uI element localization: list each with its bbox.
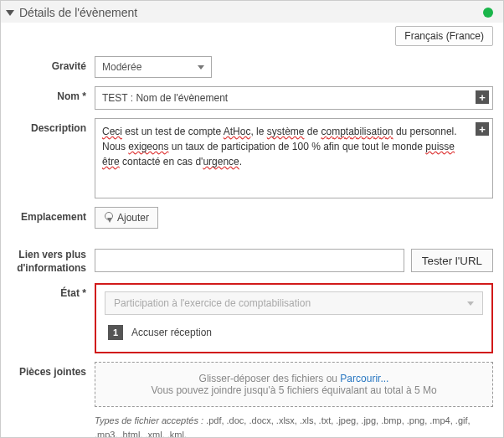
map-pin-icon [104,212,112,224]
panel-title: Détails de l'évènement [19,6,137,19]
name-input[interactable]: TEST : Nom de l'évènement + [95,86,493,110]
chevron-down-icon [467,301,474,306]
test-url-button[interactable]: Tester l'URL [411,249,493,272]
label-attachments: Pièces jointes [11,362,95,378]
severity-select[interactable]: Modérée [95,56,212,78]
name-value: TEST : Nom de l'évènement [102,92,228,104]
dropzone-line2: Vous pouvez joindre jusqu'à 5 fichiers é… [102,384,486,396]
desc-line-2: Nous exigeons un taux de participation d… [102,139,476,154]
state-option-row: 1 Accuser réception [108,325,483,340]
desc-line-1: Ceci est un test de compte AtHoc, le sys… [102,124,476,139]
description-textarea[interactable]: Ceci est un test de compte AtHoc, le sys… [95,118,493,198]
add-location-label: Ajouter [117,212,149,224]
browse-link[interactable]: Parcourir... [340,373,388,384]
option-number-badge: 1 [108,325,123,340]
state-select[interactable]: Participation à l'exercice de comptabili… [105,291,483,315]
label-name: Nom * [11,86,95,102]
add-translation-icon[interactable]: + [476,122,489,136]
collapse-icon[interactable] [6,10,14,16]
add-location-button[interactable]: Ajouter [95,207,158,229]
state-section: Participation à l'exercice de comptabili… [95,283,493,353]
panel-header: Détails de l'évènement [1,1,503,23]
label-description: Description [11,118,95,134]
filetypes-info: Types de fichier acceptés : .pdf, .doc, … [95,414,493,438]
form: Gravité Modérée Nom * TEST : Nom de l'év… [1,23,503,438]
label-link: Lien vers plus d'informations [11,249,95,275]
desc-line-3: être contacté en cas d'urgence. [102,154,476,169]
option-label: Accuser réception [131,327,212,338]
label-state: État * [11,283,95,299]
label-location: Emplacement [11,207,95,223]
state-value: Participation à l'exercice de comptabili… [114,297,311,309]
add-translation-icon[interactable]: + [476,90,489,104]
chevron-down-icon [198,65,204,70]
label-severity: Gravité [11,56,95,72]
severity-value: Modérée [102,61,141,73]
dropzone-line1: Glisser-déposer des fichiers ou Parcouri… [102,373,486,384]
language-button[interactable]: Français (France) [395,26,493,46]
attachments-dropzone[interactable]: Glisser-déposer des fichiers ou Parcouri… [95,362,493,407]
link-url-input[interactable] [95,249,404,272]
status-indicator-icon [483,8,493,18]
